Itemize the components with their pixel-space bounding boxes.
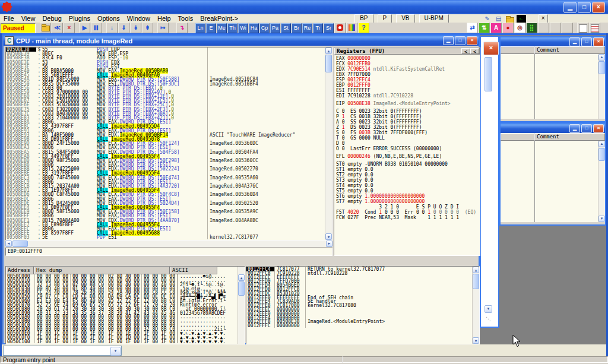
help-icon[interactable]: ? <box>358 23 369 33</box>
menu-item-window[interactable]: Window <box>124 15 154 22</box>
register-line[interactable]: ST3 empty 0.0 <box>334 178 480 183</box>
register-line[interactable]: EFL 00000246 (NO,NB,E,BE,NS,PE,GE,LE) <box>334 154 480 159</box>
window-button-st[interactable]: St <box>281 23 291 33</box>
register-line[interactable]: EAX 00000000 <box>334 56 480 61</box>
run-icon[interactable]: ▶ <box>79 23 90 33</box>
blank-button[interactable] <box>538 23 549 33</box>
register-line[interactable]: EIP 00508E38 ImageRed.<ModuleEntryPoint> <box>334 101 480 106</box>
register-line[interactable]: ST6 empty 1.0000000000000000000 <box>334 194 480 199</box>
register-line[interactable]: EDX 7C90E514 ntdll.KiFastSystemCallRet <box>334 67 480 72</box>
comment-window-bottom[interactable]: ▁ □ × Comment ▲ ▼ <box>499 122 606 226</box>
register-line[interactable]: S 0 FS 003B 32bit 7FFDF000(FFF) <box>334 130 480 135</box>
column-header-comment[interactable]: Comment <box>534 133 605 141</box>
disasm-row[interactable]: 00508EFE.E8 8597F8FFCALL ImageRed.004956… <box>6 231 332 235</box>
scroll-up-icon[interactable]: ▲ <box>598 54 605 61</box>
stack-row[interactable]: 0012FFFC00000000 <box>246 324 479 328</box>
dump-row[interactable]: 0050C1001F 00 1F 001F 00 1F 001F 00 1F 0… <box>6 340 245 344</box>
command-combobox[interactable]: ▼ <box>3 346 122 356</box>
toolbar-close-button[interactable]: × <box>539 14 548 23</box>
register-line[interactable]: EBP 0012FFF0 <box>334 83 480 88</box>
register-line[interactable]: ESI FFFFFFFF <box>334 88 480 93</box>
window-button-pa[interactable]: Pa <box>270 23 280 33</box>
register-line[interactable]: C 0 ES 0023 32bit 0(FFFFFFFF) <box>334 109 480 114</box>
disassembly-pane[interactable]: 00508E38$55PUSH EBP00508E39.8BECMOV EBP,… <box>5 47 332 240</box>
scroll-down-icon[interactable]: ▼ <box>484 305 492 313</box>
window-button-tr[interactable]: Tr <box>313 23 323 33</box>
close-program-icon[interactable]: × <box>64 23 75 33</box>
open-file-icon[interactable] <box>40 23 51 33</box>
blank-button[interactable] <box>550 23 561 33</box>
menu-item-debug[interactable]: Debug <box>39 15 65 22</box>
register-line[interactable]: EDI 7C910228 ntdll.7C910228 <box>334 93 480 99</box>
resize-grip[interactable]: ⋱ <box>486 316 491 322</box>
open-folder-icon[interactable] <box>505 15 515 23</box>
console-icon[interactable]: ›_ <box>517 15 526 23</box>
disasm-row[interactable]: 00508E3B.83C4 F0ADD ESP,-10 <box>6 56 332 60</box>
register-line[interactable]: Z 1 DS 0023 32bit 0(FFFFFFFF) <box>334 125 480 130</box>
animate-into-icon[interactable]: ↡ <box>130 23 141 33</box>
window-button-th[interactable]: Th <box>227 23 238 33</box>
scroll-up-icon[interactable]: ▲ <box>238 274 245 281</box>
ascii-window-icon[interactable]: A <box>490 23 502 33</box>
register-line[interactable]: FCW 027F Prec NEAR,53 Mask 1 1 1 1 1 1 <box>334 215 480 220</box>
close-icon[interactable]: × <box>467 36 477 45</box>
disasm-vscrollbar[interactable]: ▲ ▼ <box>325 48 332 240</box>
column-header-blank[interactable] <box>501 46 534 54</box>
spiral-icon[interactable]: ◎ <box>514 23 525 33</box>
menu-item-options[interactable]: Options <box>94 15 124 22</box>
combo-dropdown-icon[interactable]: ▼ <box>110 347 121 356</box>
scroll-left-icon[interactable]: ◄ <box>5 240 12 247</box>
comment-vscrollbar[interactable]: ▲ ▼ <box>598 141 605 222</box>
menu-button-p[interactable]: P <box>378 14 392 23</box>
stack-pane[interactable]: 0012FFC47C817077RETURN to kernel32.7C817… <box>246 266 480 344</box>
disasm-row[interactable]: 00508F03.5EPOP ESIkernel32.7C817077 <box>6 235 332 239</box>
layout-rows-icon[interactable] <box>589 23 600 33</box>
pane-collapse-icon[interactable]: < <box>470 48 479 54</box>
execute-till-return-icon[interactable]: ↦ <box>157 23 169 33</box>
scroll-up-icon[interactable]: ▲ <box>473 267 479 273</box>
disasm-hscrollbar[interactable]: ◄ ► <box>5 240 332 247</box>
pane-collapse-icon[interactable]: < <box>461 48 470 54</box>
register-line[interactable]: O 0 LastErr ERROR_SUCCESS (00000000) <box>334 146 480 151</box>
minimize-icon[interactable]: ▁ <box>569 124 580 133</box>
column-header-comment[interactable]: Comment <box>534 46 605 54</box>
scroll-right-icon[interactable]: ► <box>326 240 332 247</box>
step-over-icon[interactable]: ⇓ <box>118 23 129 33</box>
minimize-icon[interactable]: ▁ <box>569 37 580 46</box>
register-line[interactable]: ECX 0012FFB0 <box>334 61 480 67</box>
step-into-icon[interactable]: ↓ <box>106 23 118 33</box>
scrollbar-thumb[interactable] <box>484 57 492 91</box>
app-title-bar[interactable]: ▁ □ × <box>0 0 608 14</box>
window-button-sr[interactable]: Sr <box>324 23 334 33</box>
scroll-down-icon[interactable]: ▼ <box>473 337 479 344</box>
register-line[interactable]: T 0 GS 0000 NULL <box>334 135 480 141</box>
disasm-row[interactable]: 00508E38$55PUSH EBP <box>6 48 332 52</box>
cpu-window-title-bar[interactable]: C CPU - main thread, module ImageRed ▁ □… <box>4 36 479 46</box>
close-icon[interactable]: × <box>593 37 604 46</box>
register-line[interactable]: ST1 empty 0.0 <box>334 167 480 172</box>
window-button-cp[interactable]: Cp <box>259 23 270 33</box>
window-button-ln[interactable]: Ln <box>195 23 205 33</box>
close-button[interactable]: × <box>592 2 605 13</box>
register-line[interactable]: ST2 empty 0.0 <box>334 172 480 178</box>
disasm-row[interactable]: 00508E3E.53PUSH EBX <box>6 61 332 65</box>
register-line[interactable]: 3 2 1 0 E S P U O Z D I <box>334 204 480 210</box>
comment-window-top[interactable]: ▁ □ × Comment ▲ <box>499 36 606 122</box>
maximize-icon[interactable]: □ <box>581 124 592 133</box>
menu-button-u-bpm[interactable]: U-BPM <box>419 14 449 23</box>
register-line[interactable]: ST4 empty 0.0 <box>334 183 480 188</box>
menu-item-view[interactable]: View <box>18 15 39 22</box>
pause-icon[interactable]: ▌▌ <box>91 23 102 33</box>
register-line[interactable]: ST0 empty -UNORM B938 01050104 00000000 <box>334 162 480 167</box>
info-pane[interactable]: EBP=0012FFF0 <box>5 248 332 256</box>
options-gear-icon[interactable] <box>334 23 346 33</box>
menu-item-file[interactable]: File <box>0 15 18 22</box>
menu-button-bp[interactable]: BP <box>354 14 373 23</box>
scroll-up-icon[interactable]: ▲ <box>598 141 605 147</box>
stack-vscrollbar[interactable]: ▲ ▼ <box>472 267 479 344</box>
register-line[interactable]: P 1 CS 001B 32bit 0(FFFFFFFF) <box>334 114 480 119</box>
memory-dump-pane[interactable]: Address Hex dump ASCII 0050C00000 00 00 … <box>5 266 245 344</box>
menu-item-breakpoint[interactable]: BreakPoint-> <box>197 15 242 22</box>
window-button-ha[interactable]: Ha <box>249 23 259 33</box>
register-line[interactable]: A 0 SS 0023 32bit 0(FFFFFFFF) <box>334 119 480 125</box>
